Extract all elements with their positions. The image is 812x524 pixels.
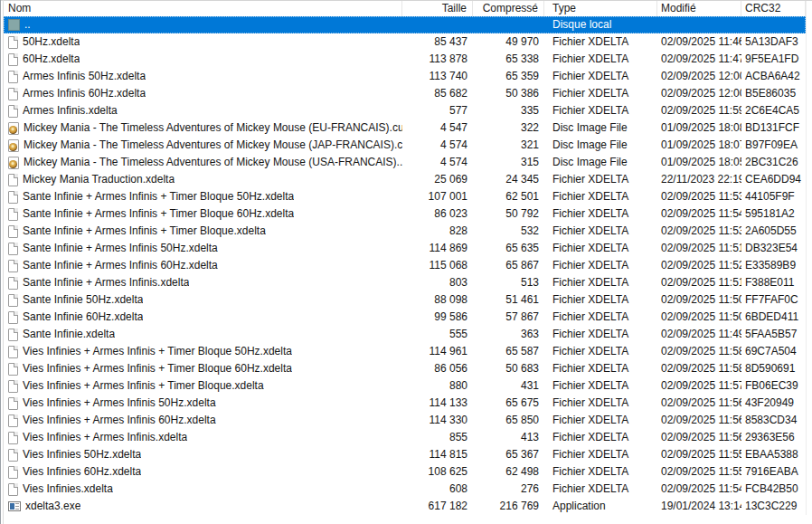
table-row[interactable]: Vies Infinies + Armes Infinis + Timer Bl… xyxy=(4,377,806,395)
file-name-cell[interactable]: Armes Infinis 50Hz.xdelta xyxy=(4,68,402,85)
crc-cell: 29363E56 xyxy=(741,429,806,446)
file-name-label: Armes Infinis 50Hz.xdelta xyxy=(23,68,146,85)
size-cell: 85 437 xyxy=(402,33,473,51)
table-row[interactable]: Sante Infinie + Armes Infinis + Timer Bl… xyxy=(4,188,806,205)
file-name-cell[interactable]: Vies Infinies + Armes Infinis + Timer Bl… xyxy=(4,360,402,377)
size-cell: 803 xyxy=(402,274,473,291)
table-row[interactable]: Armes Infinis 60Hz.xdelta 85 682 50 386 … xyxy=(4,85,806,102)
table-row[interactable]: Vies Infinies + Armes Infinis + Timer Bl… xyxy=(4,343,806,360)
table-row[interactable]: Sante Infinie.xdelta 555 363 Fichier XDE… xyxy=(4,326,806,343)
table-row[interactable]: Armes Infinis.xdelta 577 335 Fichier XDE… xyxy=(4,102,806,119)
file-name-cell[interactable]: Vies Infinies + Armes Infinis 60Hz.xdelt… xyxy=(4,412,402,429)
modified-date-cell: 02/09/2025 11:56 xyxy=(657,412,741,429)
modified-date-cell: 02/09/2025 11:59 xyxy=(657,102,741,119)
type-cell: Fichier XDELTA xyxy=(544,240,657,257)
file-name-cell[interactable]: Sante Infinie 60Hz.xdelta xyxy=(4,309,402,326)
file-name-cell[interactable]: Sante Infinie + Armes Infinis 50Hz.xdelt… xyxy=(4,240,402,257)
size-cell: 577 xyxy=(402,102,473,119)
table-row[interactable]: Mickey Mania - The Timeless Adventures o… xyxy=(4,137,806,154)
file-name-cell[interactable]: Mickey Mania Traduction.xdelta xyxy=(4,171,402,188)
table-row[interactable]: xdelta3.exe 617 182 216 769 Application … xyxy=(4,498,806,515)
xdelta-file-icon xyxy=(8,380,18,393)
table-row[interactable]: Armes Infinis 50Hz.xdelta 113 740 65 359… xyxy=(4,68,806,85)
table-row[interactable]: Vies Infinies + Armes Infinis + Timer Bl… xyxy=(4,360,806,377)
file-name-cell[interactable]: Sante Infinie + Armes Infinis + Timer Bl… xyxy=(4,188,402,205)
file-name-cell[interactable]: 60Hz.xdelta xyxy=(4,51,402,68)
column-header-type[interactable]: Type xyxy=(544,1,657,16)
modified-date-cell: 02/09/2025 11:49 xyxy=(657,326,741,343)
table-row[interactable]: Vies Infinies + Armes Infinis 60Hz.xdelt… xyxy=(4,412,806,429)
file-name-cell[interactable]: Armes Infinis 60Hz.xdelta xyxy=(4,85,402,102)
packed-size-cell: 276 xyxy=(473,481,544,498)
file-name-cell[interactable]: Sante Infinie.xdelta xyxy=(4,326,402,343)
table-row[interactable]: Mickey Mania Traduction.xdelta 25 069 24… xyxy=(4,171,806,188)
file-name-cell[interactable]: Sante Infinie + Armes Infinis + Timer Bl… xyxy=(4,205,402,223)
table-row[interactable]: Sante Infinie + Armes Infinis 60Hz.xdelt… xyxy=(4,257,806,274)
packed-size-cell: 363 xyxy=(473,326,544,343)
size-cell: 855 xyxy=(402,429,473,446)
packed-size-cell: 65 867 xyxy=(473,257,544,274)
table-row[interactable]: 60Hz.xdelta 113 878 65 338 Fichier XDELT… xyxy=(4,51,806,68)
column-header-name[interactable]: Nom xyxy=(4,1,402,16)
table-row[interactable]: Mickey Mania - The Timeless Adventures o… xyxy=(4,119,806,137)
column-header-packed[interactable]: Compressé xyxy=(473,1,544,16)
table-row[interactable]: Sante Infinie + Armes Infinis 50Hz.xdelt… xyxy=(4,240,806,257)
table-row[interactable]: Vies Infinies + Armes Infinis.xdelta 855… xyxy=(4,429,806,446)
size-cell: 4 547 xyxy=(402,119,473,137)
file-name-cell[interactable]: 50Hz.xdelta xyxy=(4,33,402,51)
table-row[interactable]: Vies Infinies + Armes Infinis 50Hz.xdelt… xyxy=(4,395,806,412)
size-cell: 555 xyxy=(402,326,473,343)
modified-date-cell: 02/09/2025 11:50 xyxy=(657,309,741,326)
file-name-cell[interactable]: Vies Infinies + Armes Infinis + Timer Bl… xyxy=(4,377,402,395)
file-name-cell[interactable]: Sante Infinie + Armes Infinis 60Hz.xdelt… xyxy=(4,257,402,274)
file-name-cell[interactable]: Vies Infinies 60Hz.xdelta xyxy=(4,463,402,481)
table-row[interactable]: 50Hz.xdelta 85 437 49 970 Fichier XDELTA… xyxy=(4,33,806,51)
file-name-cell[interactable]: Sante Infinie + Armes Infinis.xdelta xyxy=(4,274,402,291)
type-cell: Fichier XDELTA xyxy=(544,343,657,360)
table-row[interactable]: Sante Infinie 60Hz.xdelta 99 586 57 867 … xyxy=(4,309,806,326)
column-header-size[interactable]: Taille xyxy=(402,1,473,16)
crc-cell xyxy=(741,16,806,33)
file-name-cell[interactable]: Vies Infinies.xdelta xyxy=(4,481,402,498)
xdelta-file-icon xyxy=(8,449,18,462)
file-name-cell[interactable]: Vies Infinies + Armes Infinis.xdelta xyxy=(4,429,402,446)
file-name-cell[interactable]: Vies Infinies + Armes Infinis + Timer Bl… xyxy=(4,343,402,360)
table-row[interactable]: Sante Infinie + Armes Infinis + Timer Bl… xyxy=(4,205,806,223)
file-name-cell[interactable]: Vies Infinies 50Hz.xdelta xyxy=(4,446,402,463)
type-cell: Fichier XDELTA xyxy=(544,377,657,395)
table-row[interactable]: Sante Infinie 50Hz.xdelta 88 098 51 461 … xyxy=(4,291,806,309)
crc-cell: CEA6DD94 xyxy=(741,171,806,188)
file-name-cell[interactable]: xdelta3.exe xyxy=(4,498,402,515)
file-name-cell[interactable]: Vies Infinies + Armes Infinis 50Hz.xdelt… xyxy=(4,395,402,412)
modified-date-cell: 02/09/2025 11:46 xyxy=(657,33,741,51)
modified-date-cell: 02/09/2025 12:00 xyxy=(657,85,741,102)
file-name-label: Sante Infinie + Armes Infinis + Timer Bl… xyxy=(23,205,294,223)
application-icon xyxy=(8,501,21,511)
file-name-cell[interactable]: Sante Infinie 50Hz.xdelta xyxy=(4,291,402,309)
file-name-cell[interactable]: Mickey Mania - The Timeless Adventures o… xyxy=(4,119,402,137)
table-row[interactable]: Vies Infinies.xdelta 608 276 Fichier XDE… xyxy=(4,481,806,498)
file-name-cell[interactable]: .. xyxy=(4,16,402,33)
xdelta-file-icon xyxy=(8,363,18,376)
xdelta-file-icon xyxy=(8,294,18,307)
table-row[interactable]: Vies Infinies 60Hz.xdelta 108 625 62 498… xyxy=(4,463,806,481)
xdelta-file-icon xyxy=(8,346,18,358)
file-name-cell[interactable]: Mickey Mania - The Timeless Adventures o… xyxy=(4,154,402,171)
modified-date-cell: 02/09/2025 11:55 xyxy=(657,463,741,481)
table-row[interactable]: Vies Infinies 50Hz.xdelta 114 815 65 367… xyxy=(4,446,806,463)
file-name-cell[interactable]: Armes Infinis.xdelta xyxy=(4,102,402,119)
modified-date-cell: 02/09/2025 11:57 xyxy=(657,377,741,395)
modified-date-cell: 02/09/2025 11:55 xyxy=(657,446,741,463)
table-row[interactable]: .. Disque local xyxy=(4,16,806,33)
table-row[interactable]: Mickey Mania - The Timeless Adventures o… xyxy=(4,154,806,171)
column-headers: NomTailleCompresséTypeModifiéCRC32 xyxy=(4,1,806,16)
table-row[interactable]: Sante Infinie + Armes Infinis + Timer Bl… xyxy=(4,223,806,240)
column-header-crc[interactable]: CRC32 xyxy=(741,1,806,16)
table-row[interactable]: Sante Infinie + Armes Infinis.xdelta 803… xyxy=(4,274,806,291)
file-name-cell[interactable]: Sante Infinie + Armes Infinis + Timer Bl… xyxy=(4,223,402,240)
type-cell: Fichier XDELTA xyxy=(544,481,657,498)
file-name-cell[interactable]: Mickey Mania - The Timeless Adventures o… xyxy=(4,137,402,154)
column-header-modified[interactable]: Modifié xyxy=(657,1,741,16)
packed-size-cell: 322 xyxy=(473,119,544,137)
file-name-label: xdelta3.exe xyxy=(25,498,80,515)
